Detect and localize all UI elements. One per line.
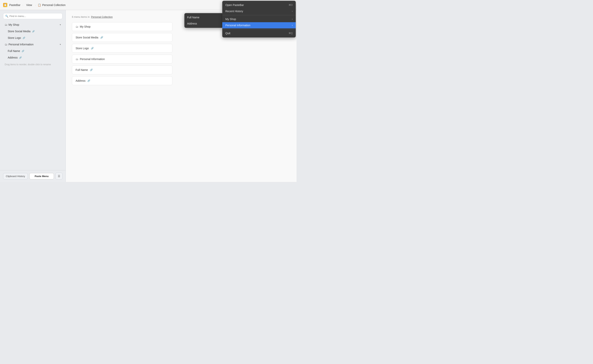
chevron-down-icon: ▾ xyxy=(60,23,61,26)
dropdown-separator2 xyxy=(222,29,296,29)
personal-information-card[interactable]: 🗂 Personal Information xyxy=(72,55,173,64)
submenu-panel: Full Name Address xyxy=(184,13,223,28)
sidebar-item-address[interactable]: Address 🔗 xyxy=(1,54,64,61)
app-icon: 📋 xyxy=(3,3,7,7)
dropdown-item-recent-history[interactable]: Recent History › xyxy=(222,8,296,14)
count-text: 6 menu items in xyxy=(72,15,90,18)
address-card[interactable]: Address 🔗 xyxy=(72,76,173,85)
my-shop-dropdown-label: My Shop xyxy=(225,18,236,21)
store-logo-card[interactable]: Store Logo 🔗 xyxy=(72,44,173,53)
folder-icon: 🗂 xyxy=(76,58,78,61)
separator: · xyxy=(22,3,23,6)
sidebar-item-store-social-media[interactable]: Store Social Media 🔗 xyxy=(1,28,64,34)
collection-breadcrumb[interactable]: 📋 Personal Collection xyxy=(38,3,66,6)
sidebar-footer: Clipboard History Paste Menu ☰ xyxy=(0,170,66,182)
address-card-label: Address xyxy=(76,79,86,82)
link-icon: 🔗 xyxy=(19,56,22,59)
submenu-item-address[interactable]: Address xyxy=(184,20,223,27)
folder-icon: 🗂 xyxy=(5,23,7,26)
full-name-card[interactable]: Full Name 🔗 xyxy=(72,65,173,74)
open-pastebar-label: Open PasteBar xyxy=(225,3,244,6)
dropdown-item-quit[interactable]: Quit ⌘Q xyxy=(222,30,296,36)
paste-menu-button[interactable]: Paste Menu xyxy=(29,173,54,179)
recent-history-label: Recent History xyxy=(225,10,243,13)
submenu-item-full-name[interactable]: Full Name xyxy=(184,14,223,20)
arrow-icon: › xyxy=(292,24,293,27)
link-icon: 🔗 xyxy=(32,30,35,33)
collection-link[interactable]: Personal Collection xyxy=(91,15,113,18)
address-label: Address xyxy=(8,56,18,59)
sidebar-search-input[interactable] xyxy=(9,15,60,18)
list-view-button[interactable]: ☰ xyxy=(55,173,62,180)
sidebar-item-my-shop[interactable]: 🗂 My Shop ▾ xyxy=(1,22,64,28)
link-icon: 🔗 xyxy=(90,69,93,71)
folder-icon: 🗂 xyxy=(5,43,7,46)
dropdown-item-my-shop[interactable]: My Shop › xyxy=(222,16,296,22)
arrow-icon: › xyxy=(292,10,293,13)
list-icon: ☰ xyxy=(58,175,60,178)
personal-information-card-label: Personal Information xyxy=(80,58,105,61)
sub-address-label: Address xyxy=(187,22,197,25)
sidebar-search-container[interactable]: 🔍 xyxy=(3,13,62,19)
title-bar-left: 📋 PasteBar · View · 📋 Personal Collectio… xyxy=(3,3,66,7)
sidebar-item-full-name[interactable]: Full Name 🔗 xyxy=(1,48,64,54)
my-shop-label: My Shop xyxy=(8,23,19,26)
dropdown-item-open-pastebar[interactable]: Open PasteBar ⌘O xyxy=(222,2,296,8)
store-social-media-label: Store Social Media xyxy=(8,30,31,33)
view-menu[interactable]: View xyxy=(25,3,33,7)
sidebar-item-personal-information[interactable]: 🗂 Personal Information ▾ xyxy=(1,41,64,47)
full-name-card-label: Full Name xyxy=(76,68,88,72)
quit-shortcut: ⌘Q xyxy=(289,32,293,35)
store-logo-card-label: Store Logo xyxy=(76,47,89,50)
quit-label: Quit xyxy=(225,32,230,35)
open-pastebar-shortcut: ⌘O xyxy=(289,4,293,6)
sidebar-hint: Drag items to reorder, double click to r… xyxy=(0,61,66,68)
chevron-down-icon: ▾ xyxy=(60,43,61,46)
collection-icon: 📋 xyxy=(38,3,41,6)
separator2: · xyxy=(35,3,36,6)
folder-icon: 🗂 xyxy=(76,25,78,28)
link-icon: 🔗 xyxy=(87,79,90,82)
collection-name: Personal Collection xyxy=(42,3,66,6)
clipboard-history-button[interactable]: Clipboard History xyxy=(3,173,28,179)
link-icon: 🔗 xyxy=(91,47,94,50)
my-shop-card[interactable]: 🗂 My Shop xyxy=(72,22,173,31)
store-social-media-card[interactable]: Store Social Media 🔗 xyxy=(72,33,173,42)
arrow-icon: › xyxy=(292,18,293,20)
sidebar-item-store-logo[interactable]: Store Logo 🔗 xyxy=(1,35,64,41)
dropdown-item-personal-information[interactable]: Personal Information › xyxy=(222,22,296,28)
sidebar-search-icon: 🔍 xyxy=(5,15,8,18)
personal-info-label: Personal Information xyxy=(8,43,33,46)
sub-full-name-label: Full Name xyxy=(187,16,200,19)
link-icon: 🔗 xyxy=(23,37,25,39)
sidebar: 🔍 🗂 My Shop ▾ Store Social Media 🔗 Store… xyxy=(0,10,66,182)
store-logo-label: Store Logo xyxy=(8,36,21,39)
store-social-media-card-label: Store Social Media xyxy=(76,36,98,39)
link-icon: 🔗 xyxy=(22,50,24,52)
dropdown-menu: Open PasteBar ⌘O Recent History › My Sho… xyxy=(222,1,296,38)
app-name: PasteBar xyxy=(9,3,20,6)
link-icon: 🔗 xyxy=(100,36,103,39)
personal-information-dropdown-label: Personal Information xyxy=(225,24,250,27)
my-shop-card-label: My Shop xyxy=(80,25,90,28)
full-name-label: Full Name xyxy=(8,49,20,52)
